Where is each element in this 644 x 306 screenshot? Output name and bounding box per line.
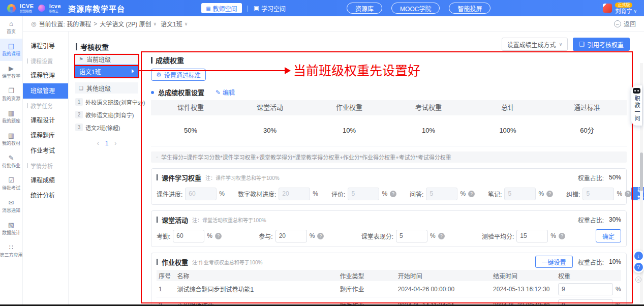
info-icon[interactable]: ? [317, 233, 324, 239]
icon-sidebar-item[interactable]: ✉消息通知 [0, 195, 22, 218]
breadcrumb-course[interactable]: 大学语文 (2P) 原创 [100, 19, 151, 28]
icon-sidebar-item[interactable]: ▶课堂教学 [0, 61, 22, 83]
homework-header-cell: 名称 [175, 271, 338, 280]
summary-header-cell: 作业权重 [310, 100, 389, 115]
student-space-tab[interactable]: ▣ 学习空间 [254, 4, 286, 13]
collapse-widget-icon[interactable]: ✕ [635, 277, 641, 283]
title-bar-decoration [157, 174, 158, 180]
menu-item[interactable]: 班级管理 [23, 83, 68, 99]
icon-sidebar-item[interactable]: ☑待批考试 [0, 173, 22, 195]
teacher-space-tab[interactable]: ▦ 教师空间 [201, 3, 241, 13]
pencil-icon: ✎ [216, 89, 221, 96]
quote-assessment-weight-button[interactable]: ❏ 引用考核权重 [573, 38, 630, 51]
next-page-icon[interactable]: › [114, 140, 116, 147]
info-icon[interactable]: ? [390, 191, 396, 197]
homework-weight-cell: % [556, 283, 621, 295]
menu-item[interactable]: 课程题库 [23, 128, 68, 143]
weight-input[interactable] [516, 230, 548, 242]
back-button[interactable]: ← 返回 [614, 19, 636, 28]
homework-weight-section: 作业权重 注:作业考核权重总和等于100% 一键设置 权重占比: 10% 序号名… [151, 253, 627, 304]
summary-value-cell: 100% [468, 115, 547, 146]
class-list-item[interactable]: 3语文2班(徐超) [75, 121, 138, 134]
icon-sidebar-item[interactable]: ▦我的题库 [0, 106, 22, 128]
info-icon[interactable]: ? [546, 191, 553, 197]
grade-weight-title: 成绩权重 [156, 55, 184, 65]
download-icon[interactable]: ↓ [634, 252, 643, 260]
icon-sidebar-item[interactable]: ▤我的课程 [0, 39, 22, 61]
homework-weight-input[interactable] [558, 283, 613, 295]
total-weight-title: 总成绩权重设置 [158, 87, 204, 97]
menu-item[interactable]: 作业考试 [23, 143, 68, 159]
percent-label: % [538, 190, 544, 197]
activity-section-title: 课堂活动 [162, 215, 188, 225]
homework-table-header: 序号名称作业类型开始时间结束时间权重 [157, 270, 621, 281]
smart-cast-button[interactable]: 智能投屏 [449, 3, 490, 14]
ratio-label: 权重占比: [578, 258, 604, 266]
info-icon[interactable]: ? [215, 233, 222, 239]
icon-sidebar-item[interactable]: ∷第三方应用 [0, 240, 22, 262]
class-list-item[interactable]: 2教师语文班(刘育宁) [75, 108, 138, 121]
menu-item[interactable]: 课程设计 [23, 113, 68, 128]
weight-input[interactable] [275, 230, 307, 242]
current-class-item[interactable]: 语文1班 [75, 65, 138, 78]
weight-input[interactable] [173, 230, 204, 242]
class-panel: ⚑ 当前班级 语文1班 ❏ 其他班级 1外校语文班级(刘育宁sy)2教师语文班(… [75, 53, 138, 147]
info-icon[interactable]: ? [559, 233, 565, 239]
weight-field: 课堂表现分:%? [361, 230, 445, 242]
scrollbar-thumb[interactable] [640, 152, 643, 191]
top-header: ICVE 智慧职教 icve 职教云 资源库教学平台 ▦ 教师空间 | ▣ 学习… [0, 0, 644, 16]
resource-library-button[interactable]: 资源库 [347, 3, 382, 14]
courseware-section-title: 课件学习权重 [162, 173, 201, 182]
homework-name[interactable]: 小组附件作业 [175, 301, 338, 304]
icon-sidebar-item[interactable]: ⌂首页 [0, 16, 22, 39]
info-icon[interactable]: ? [625, 191, 631, 197]
one-click-setting-button[interactable]: 一键设置 [535, 256, 573, 268]
prev-page-icon[interactable]: ‹ [97, 140, 99, 147]
edit-total-weight-link[interactable]: ✎ 编辑 [216, 88, 235, 97]
homework-name[interactable]: 测试综合题同步到试卷功能1 [175, 285, 338, 293]
homework-type[interactable]: 附件作业 [338, 301, 395, 304]
class-list-item[interactable]: 1外校语文班级(刘育宁sy) [75, 96, 138, 108]
homework-weight-cell: % [556, 299, 621, 305]
summary-header-cell: 考试权重 [389, 100, 468, 115]
class-index-badge: 1 [75, 98, 83, 106]
icon-sidebar-item[interactable]: ▥我的教材 [0, 128, 22, 150]
percent-label: % [430, 232, 436, 239]
mooc-college-button[interactable]: MOOC学院 [391, 3, 440, 14]
breadcrumb-class[interactable]: 语文1班 [161, 19, 182, 28]
menu-item[interactable]: 课程引导 [23, 39, 68, 54]
icon-sidebar-label: 我的题库 [2, 117, 20, 124]
info-icon[interactable]: ? [438, 233, 445, 239]
assistant-widget[interactable]: 职教一问 [631, 85, 642, 126]
homework-table-row: 2小组附件作业附件作业2024-05-14 11:24:042024-05-22… [157, 297, 621, 304]
chevron-down-icon: ∨ [559, 42, 563, 47]
icon-sidebar-item[interactable]: ▧数据统计 [0, 218, 22, 240]
field-label: 笔记: [488, 190, 502, 198]
menu-item[interactable]: 课程成绩 [23, 173, 68, 188]
current-page-number[interactable]: 1 [105, 140, 109, 147]
homework-header-cell: 开始时间 [396, 271, 491, 280]
question-icon[interactable]: ? [634, 263, 643, 271]
homework-table-row: 1测试综合题同步到试卷功能1题库作业2024-04-26 00:00:00202… [157, 281, 621, 297]
menu-item[interactable]: 统计分析 [23, 188, 68, 203]
activity-confirm-button[interactable]: 确定 [596, 229, 621, 242]
set-grade-generation-button[interactable]: 设置成绩生成方式 ∨ [502, 38, 568, 51]
bullet-icon [151, 91, 154, 94]
user-version-badge: 正式版 [615, 3, 632, 8]
weight-input [426, 188, 457, 200]
user-menu[interactable]: 正式版 刘育宁 ∨ [603, 3, 637, 14]
percent-label: % [616, 286, 621, 293]
menu-item[interactable]: 课程管理 [23, 68, 68, 83]
avatar [603, 4, 612, 13]
icon-sidebar-label: 我的课程 [2, 50, 20, 57]
info-icon[interactable]: ? [468, 191, 475, 197]
page-header: 考核权重 [76, 42, 109, 52]
field-label: 测验平均分: [482, 232, 514, 240]
icon-sidebar-item[interactable]: ✎待批作业 [0, 150, 22, 173]
homework-weight-input[interactable] [558, 299, 613, 305]
homework-type[interactable]: 题库作业 [338, 285, 395, 293]
weight-input[interactable] [396, 230, 427, 242]
weight-input [504, 188, 536, 200]
menu-sidebar: 课程引导课程设置课程管理班级管理教学任务课程设计课程题库作业考试学情分析课程成绩… [23, 32, 69, 304]
icon-sidebar-item[interactable]: ❐我的资源 [0, 83, 22, 106]
